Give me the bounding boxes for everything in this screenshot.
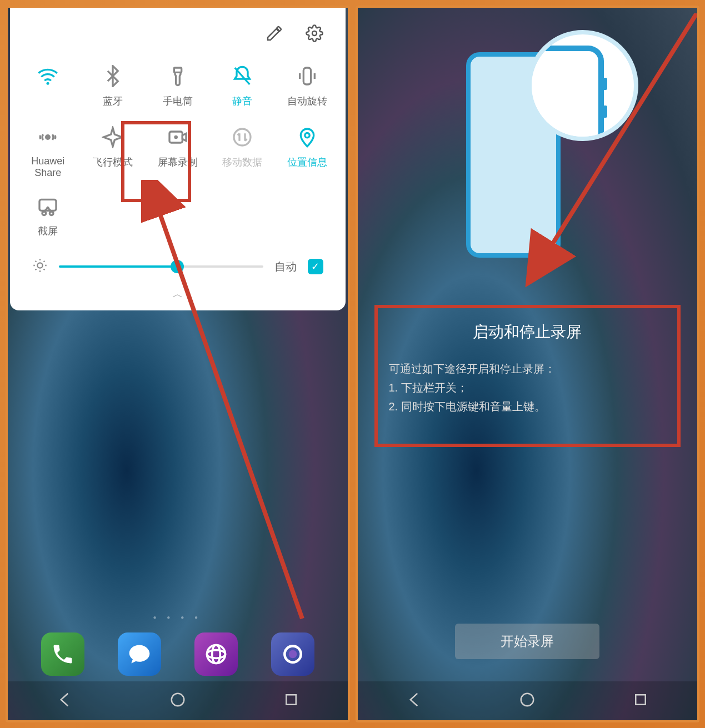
svg-point-11	[50, 212, 54, 215]
svg-point-19	[171, 694, 184, 706]
mobile-data-icon	[231, 123, 253, 151]
page-indicator-dots: ● ● ● ●	[8, 614, 348, 620]
screen-record-illustration: ← ←	[455, 52, 599, 258]
svg-point-18	[288, 650, 297, 659]
tile-label: 截屏	[38, 224, 58, 238]
svg-point-1	[47, 82, 49, 85]
nav-back-button[interactable]	[56, 691, 73, 710]
tile-label: 飞行模式	[93, 155, 133, 169]
svg-point-8	[305, 133, 309, 138]
dock-camera-app[interactable]	[271, 632, 314, 676]
start-recording-button[interactable]: 开始录屏	[455, 624, 599, 659]
huawei-share-icon	[37, 123, 59, 151]
wifi-icon	[37, 62, 59, 90]
tile-bluetooth[interactable]: 蓝牙	[81, 56, 146, 117]
quick-settings-panel: 蓝牙 手电筒 静音 自动旋转 Huawei Share 飞行模式	[10, 8, 346, 310]
dock-browser-app[interactable]	[194, 632, 238, 676]
edit-icon[interactable]	[266, 24, 283, 44]
svg-rect-3	[303, 68, 311, 84]
auto-brightness-checkbox[interactable]: ✓	[308, 259, 323, 274]
bluetooth-icon	[102, 62, 124, 90]
gear-icon[interactable]	[306, 24, 323, 44]
qs-tiles-grid: 蓝牙 手电筒 静音 自动旋转 Huawei Share 飞行模式	[16, 56, 340, 247]
instruction-line: 1. 下拉栏开关；	[389, 378, 667, 397]
dock	[8, 632, 348, 676]
tile-flashlight[interactable]: 手电筒	[145, 56, 210, 117]
tile-label: 蓝牙	[103, 94, 123, 108]
svg-point-10	[42, 212, 46, 215]
brightness-fill	[59, 265, 177, 268]
navigation-bar	[8, 681, 348, 720]
instruction-text: 可通过如下途径开启和停止录屏： 1. 下拉栏开关； 2. 同时按下电源键和音量上…	[389, 359, 667, 416]
instruction-line: 2. 同时按下电源键和音量上键。	[389, 397, 667, 416]
svg-point-22	[521, 694, 534, 706]
nav-recents-button[interactable]	[632, 691, 649, 710]
tile-label: 静音	[232, 94, 252, 108]
tile-mute[interactable]: 静音	[210, 56, 275, 117]
navigation-bar	[358, 681, 698, 720]
instruction-line: 可通过如下途径开启和停止录屏：	[389, 359, 667, 378]
phone-right-screenshot: ← ← 启动和停止录屏 可通过如下途径开启和停止录屏： 1. 下拉栏开关； 2.…	[356, 6, 700, 722]
nav-home-button[interactable]	[519, 691, 536, 710]
tile-autorotate[interactable]: 自动旋转	[275, 56, 340, 117]
phone-left-screenshot: 蓝牙 手电筒 静音 自动旋转 Huawei Share 飞行模式	[6, 6, 350, 722]
tile-label: 屏幕录制	[158, 155, 198, 169]
tile-airplane[interactable]: 飞行模式	[81, 117, 146, 185]
zoom-circle: ← ←	[527, 30, 638, 141]
tile-label: 手电筒	[163, 94, 193, 108]
autorotate-icon	[296, 62, 318, 90]
tile-wifi[interactable]	[16, 56, 81, 117]
svg-point-0	[312, 31, 317, 36]
dock-phone-app[interactable]	[41, 632, 84, 676]
tile-screen-record[interactable]: 屏幕录制	[145, 117, 210, 185]
brightness-thumb[interactable]	[171, 260, 184, 273]
svg-rect-20	[286, 695, 296, 705]
screenshot-icon	[37, 192, 59, 220]
screen-record-icon	[167, 123, 189, 151]
tile-location[interactable]: 位置信息	[275, 117, 340, 185]
svg-point-16	[212, 645, 220, 664]
svg-point-15	[207, 650, 225, 659]
airplane-icon	[102, 123, 124, 151]
brightness-row: 自动 ✓	[16, 247, 340, 281]
tile-label: 移动数据	[222, 155, 262, 169]
auto-brightness-label: 自动	[274, 259, 297, 274]
qs-header	[16, 19, 340, 56]
chevron-up-icon[interactable]: ︿	[16, 281, 340, 305]
instruction-box: 启动和停止录屏 可通过如下途径开启和停止录屏： 1. 下拉栏开关； 2. 同时按…	[374, 305, 681, 447]
tile-huawei-share[interactable]: Huawei Share	[16, 117, 81, 185]
svg-point-14	[207, 645, 225, 664]
svg-rect-23	[636, 695, 646, 705]
nav-home-button[interactable]	[169, 691, 186, 710]
tile-label: 自动旋转	[287, 94, 327, 108]
location-icon	[296, 123, 318, 151]
zoom-volume-button	[602, 106, 607, 118]
svg-rect-2	[174, 68, 181, 72]
svg-point-4	[46, 135, 50, 139]
flashlight-icon	[167, 62, 189, 90]
nav-recents-button[interactable]	[283, 691, 299, 710]
tile-label: Huawei Share	[18, 155, 78, 179]
brightness-icon	[32, 258, 48, 275]
instruction-title: 启动和停止录屏	[389, 322, 667, 343]
tile-mobile-data[interactable]: 移动数据	[210, 117, 275, 185]
svg-point-12	[37, 263, 42, 268]
zoom-power-button	[602, 78, 607, 90]
svg-point-7	[234, 129, 251, 145]
mute-icon	[231, 62, 253, 90]
dock-messages-app[interactable]	[118, 632, 161, 676]
tile-label: 位置信息	[287, 155, 327, 169]
svg-point-6	[174, 135, 178, 139]
nav-back-button[interactable]	[406, 691, 422, 710]
tile-screenshot[interactable]: 截屏	[16, 185, 81, 247]
brightness-slider[interactable]	[59, 265, 263, 268]
